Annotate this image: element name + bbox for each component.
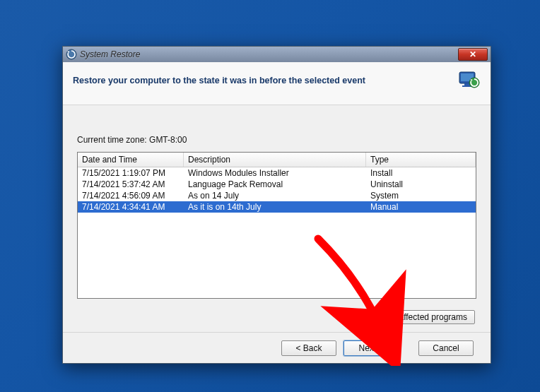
cell-type: Manual — [366, 201, 476, 213]
close-icon: ✕ — [469, 49, 476, 59]
cell-datetime: 7/14/2021 4:34:41 AM — [78, 201, 184, 213]
close-button[interactable]: ✕ — [458, 48, 488, 61]
restore-points-list[interactable]: Date and Time Description Type 7/15/2021… — [77, 152, 476, 299]
titlebar[interactable]: System Restore ✕ — [63, 47, 491, 62]
column-header-description[interactable]: Description — [184, 153, 366, 167]
cancel-button[interactable]: Cancel — [418, 340, 474, 356]
cell-description: Windows Modules Installer — [184, 167, 366, 179]
page-heading: Restore your computer to the state it wa… — [73, 76, 365, 85]
list-body: 7/15/2021 1:19:07 PMWindows Modules Inst… — [78, 167, 476, 213]
window-title: System Restore — [80, 49, 140, 59]
system-restore-window: System Restore ✕ Restore your computer t… — [62, 46, 491, 364]
scan-affected-programs-button[interactable]: Scan for affected programs — [357, 310, 475, 324]
restore-point-row[interactable]: 7/14/2021 4:34:41 AMAs it is on 14th Jul… — [78, 201, 476, 213]
list-header[interactable]: Date and Time Description Type — [78, 153, 476, 167]
cell-datetime: 7/15/2021 1:19:07 PM — [78, 167, 184, 179]
wizard-footer: < Back Next > Cancel — [63, 332, 491, 363]
cell-description: As it is on 14th July — [184, 201, 366, 213]
cell-type: Install — [366, 167, 476, 179]
restore-point-row[interactable]: 7/15/2021 1:19:07 PMWindows Modules Inst… — [78, 167, 476, 179]
back-button[interactable]: < Back — [281, 340, 336, 356]
system-restore-icon — [66, 49, 77, 60]
cell-type: Uninstall — [366, 179, 476, 190]
next-button[interactable]: Next > — [344, 340, 399, 356]
restore-point-row[interactable]: 7/14/2021 4:56:09 AMAs on 14 JulySystem — [78, 190, 476, 201]
cell-description: As on 14 July — [184, 190, 366, 201]
cell-datetime: 7/14/2021 4:56:09 AM — [78, 190, 184, 201]
wizard-header: Restore your computer to the state it wa… — [63, 62, 491, 105]
cell-datetime: 7/14/2021 5:37:42 AM — [78, 179, 184, 190]
monitor-restore-icon — [458, 69, 481, 92]
timezone-label: Current time zone: GMT-8:00 — [77, 135, 476, 145]
cell-description: Language Pack Removal — [184, 179, 366, 190]
column-header-type[interactable]: Type — [366, 153, 476, 167]
column-header-datetime[interactable]: Date and Time — [78, 153, 184, 167]
cell-type: System — [366, 190, 476, 201]
wizard-body: Current time zone: GMT-8:00 Date and Tim… — [63, 105, 491, 324]
restore-point-row[interactable]: 7/14/2021 5:37:42 AMLanguage Pack Remova… — [78, 179, 476, 190]
